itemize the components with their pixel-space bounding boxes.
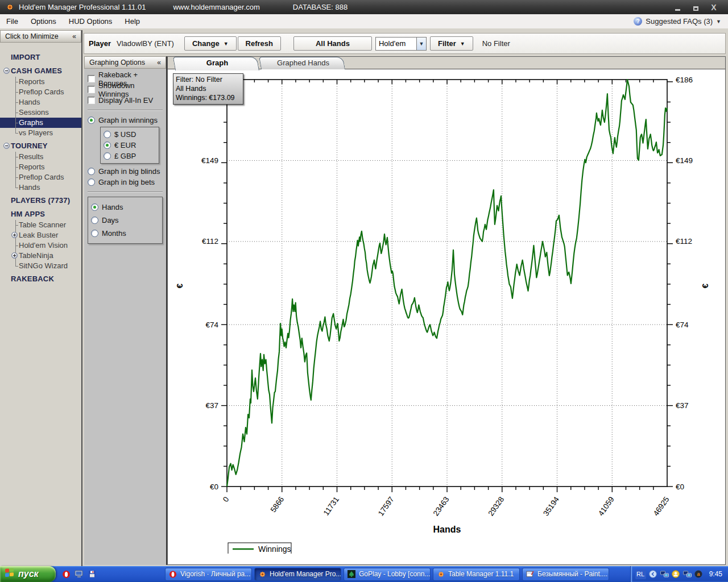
task-button-table-manager-1-11-1[interactable]: Table Manager 1.11.1 <box>433 568 520 581</box>
svg-text:29328: 29328 <box>486 495 506 517</box>
checkbox-unchecked[interactable] <box>88 86 95 93</box>
floppy-icon[interactable] <box>88 569 97 579</box>
radio-label: Graph in winnings <box>98 116 158 124</box>
radio-currency-usd[interactable] <box>104 131 111 138</box>
chevron-icon[interactable] <box>649 570 657 579</box>
start-button-label: пуск <box>18 569 39 579</box>
svg-text:€0: €0 <box>210 483 218 491</box>
radio-currency-eur-selected[interactable] <box>104 142 111 149</box>
expand-icon[interactable] <box>11 252 18 259</box>
radio-currency-gbp[interactable] <box>104 152 111 160</box>
option-row: £ GBP <box>104 151 156 161</box>
tooltip-line: Filter: No Filter <box>176 75 241 84</box>
collapse-icon[interactable] <box>3 143 10 149</box>
sidebar-item-hands[interactable]: Hands <box>0 182 81 193</box>
radio-graph-in-big-bets[interactable] <box>88 178 95 186</box>
network-icon[interactable] <box>683 570 692 579</box>
tab-graphed-hands[interactable]: Graphed Hands <box>261 57 345 69</box>
graphing-options-header[interactable]: Graphing Options « <box>84 56 166 69</box>
sidebar-section-cash-games[interactable]: CASH GAMES <box>0 65 81 77</box>
sidebar-section-hm-apps[interactable]: HM APPS <box>0 209 81 220</box>
tab-label: Graph <box>206 59 228 67</box>
show-desktop-icon[interactable] <box>75 569 84 579</box>
graphing-options-panel: Graphing Options « Rakeback + BonusesSho… <box>84 56 167 565</box>
close-button[interactable]: X <box>710 4 718 11</box>
sidebar-item-results[interactable]: Results <box>0 152 81 162</box>
refresh-button[interactable]: Refresh <box>238 36 281 51</box>
option-row: Days <box>91 214 159 227</box>
radio-graph-in-winnings-selected[interactable] <box>88 117 95 124</box>
sidebar-item-sessions[interactable]: Sessions <box>0 107 81 118</box>
svg-text:5866: 5866 <box>269 495 286 514</box>
svg-text:€: € <box>700 283 710 288</box>
sidebar-item-hold-em-vision[interactable]: Hold'em Vision <box>0 240 81 251</box>
game-type-value: Hold'em <box>376 39 416 48</box>
sidebar-item-reports[interactable]: Reports <box>0 77 81 87</box>
task-button-hold-em-manager-pro-[interactable]: Hold'em Manager Pro... <box>254 568 341 581</box>
start-button[interactable]: пуск <box>0 566 56 582</box>
task-button-vigorish-личный-ра-[interactable]: Vigorish · Личный ра... <box>165 568 252 581</box>
sidebar-item-preflop-cards[interactable]: Preflop Cards <box>0 87 81 97</box>
game-type-select[interactable]: Hold'em ▼ <box>375 37 427 51</box>
collapse-icon[interactable] <box>3 68 10 74</box>
opera-icon[interactable] <box>61 569 71 579</box>
sidebar-item-reports[interactable]: Reports <box>0 162 81 172</box>
tab-label: Graphed Hands <box>277 59 329 67</box>
menu-item-help[interactable]: Help <box>118 14 146 28</box>
sidebar-item-table-scanner[interactable]: Table Scanner <box>0 220 81 230</box>
option-row: Graph in winnings <box>88 115 163 126</box>
network-icon[interactable] <box>660 570 669 579</box>
radio-xaxis-months[interactable] <box>91 230 98 237</box>
task-button-label: Vigorish · Личный ра... <box>180 570 250 578</box>
svg-text:35194: 35194 <box>541 495 561 518</box>
sidebar-section-import[interactable]: IMPORT <box>0 52 81 63</box>
svg-text:€74: €74 <box>676 321 689 329</box>
task-button-label: Table Manager 1.11.1 <box>448 570 514 578</box>
menu-item-file[interactable]: File <box>0 14 24 28</box>
menu-item-hud-options[interactable]: HUD Options <box>63 14 119 28</box>
svg-text:€37: €37 <box>676 401 689 410</box>
chevron-left-icon: « <box>72 32 76 40</box>
window-title: Hold'em Manager Professional 1.11.01 <box>19 3 146 11</box>
sidebar-minimize-header[interactable]: Click to Minimize « <box>0 30 81 43</box>
tab-graph[interactable]: Graph <box>175 57 259 69</box>
sidebar-item-graphs[interactable]: Graphs <box>0 118 81 128</box>
sidebar-section-players-7737-[interactable]: PLAYERS (7737) <box>0 195 81 206</box>
chevron-down-icon[interactable]: ▼ <box>416 38 426 50</box>
separator <box>88 110 163 111</box>
suggested-faqs[interactable]: ? Suggested FAQs (3) ▼ <box>634 17 728 26</box>
checkbox-unchecked[interactable] <box>88 75 95 82</box>
radio-xaxis-days[interactable] <box>91 217 98 224</box>
sidebar-section-tourney[interactable]: TOURNEY <box>0 140 81 152</box>
avast-icon[interactable]: a <box>694 570 703 579</box>
svg-text:23463: 23463 <box>432 495 451 517</box>
messenger-icon[interactable] <box>672 570 680 579</box>
restore-button[interactable] <box>692 4 700 11</box>
sidebar-item-sitngo-wizard[interactable]: SitNGo Wizard <box>0 261 81 271</box>
radio-graph-in-big-blinds[interactable] <box>88 168 95 175</box>
language-indicator[interactable]: RL <box>635 569 646 579</box>
expand-icon[interactable] <box>11 232 18 238</box>
task-button-goplay-lobby-conn-[interactable]: GoPlay - Lobby [conn... <box>344 568 431 581</box>
task-button-безымянный-paint-[interactable]: Безымянный - Paint.... <box>522 568 609 581</box>
radio-xaxis-hands-selected[interactable] <box>91 203 98 211</box>
minimize-button[interactable] <box>673 4 681 11</box>
sidebar-item-tableninja[interactable]: TableNinja <box>0 251 81 261</box>
sidebar-item-hands[interactable]: Hands <box>0 97 81 107</box>
menubar: FileOptionsHUD OptionsHelp ? Suggested F… <box>0 14 728 29</box>
filter-button[interactable]: Filter▼ <box>430 36 473 51</box>
spade-icon <box>348 570 355 578</box>
sidebar-item-preflop-cards[interactable]: Preflop Cards <box>0 172 81 182</box>
sidebar-section-rakeback[interactable]: RAKEBACK <box>0 273 81 285</box>
checkbox-label: Showdown Winnings <box>98 81 163 98</box>
sidebar-item-vs-players[interactable]: vs Players <box>0 128 81 138</box>
menu-item-options[interactable]: Options <box>24 14 63 28</box>
checkbox-unchecked[interactable] <box>88 97 95 104</box>
all-hands-button[interactable]: All Hands <box>293 36 372 51</box>
task-buttons: Vigorish · Личный ра...Hold'em Manager P… <box>165 568 609 581</box>
change-player-button[interactable]: Change▼ <box>184 36 237 51</box>
svg-text:€149: €149 <box>676 156 693 165</box>
sidebar-item-leak-buster[interactable]: Leak Buster <box>0 230 81 240</box>
help-question-icon: ? <box>634 17 642 26</box>
svg-text:€112: €112 <box>676 237 692 246</box>
